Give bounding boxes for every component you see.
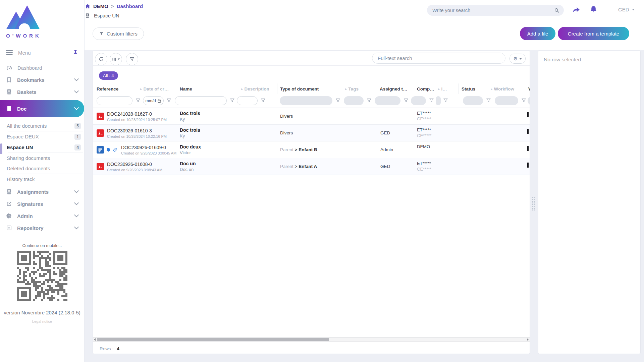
filter-description-input[interactable] (237, 97, 257, 105)
legal-notice-link[interactable]: Legal notice (0, 319, 84, 323)
funnel-icon[interactable] (429, 98, 434, 103)
scroll-left-arrow[interactable] (94, 338, 96, 341)
type-cell: Parent > Enfant A (280, 158, 317, 175)
table-row[interactable]: DOC241028-01627-0 Created on 10/28/2024 … (93, 108, 530, 125)
sidebar-item-repository[interactable]: Repository (0, 222, 84, 234)
horizontal-scrollbar[interactable] (93, 337, 530, 342)
chevron-down-icon (74, 76, 79, 81)
column-header-description[interactable]: Description (241, 83, 276, 94)
table-row[interactable]: DOC230926-01608-0 Created on 9/26/2023 3… (93, 158, 530, 175)
chevron-down-icon (74, 213, 79, 217)
name-cell: Doc un Doc un (180, 161, 196, 172)
table-row[interactable]: DOC230926-01610-3 Created on 10/28/2024 … (93, 125, 530, 141)
column-header-assigned[interactable]: Assigned t… (377, 83, 416, 94)
refresh-button[interactable] (95, 53, 107, 65)
filter-status[interactable] (463, 96, 483, 105)
add-file-button[interactable]: Add a file (520, 27, 555, 40)
grid-footer: Rows : 4 (93, 344, 530, 354)
column-header-type[interactable]: Type of document (277, 83, 347, 94)
sidebar-item-admin[interactable]: Admin (0, 210, 84, 222)
column-header-status[interactable]: Status (459, 83, 493, 94)
hamburger-icon (6, 50, 13, 55)
filter-workflow[interactable] (495, 96, 518, 105)
sidebar-item-sharing-documents[interactable]: Sharing documents (0, 153, 84, 163)
sub-item-label: Deleted documents (7, 166, 81, 171)
user-menu-label: GED (618, 7, 629, 12)
sidebar-item-history-track[interactable]: History track (0, 174, 84, 184)
filter-y[interactable] (528, 96, 530, 105)
search-icon[interactable] (554, 7, 560, 13)
funnel-icon[interactable] (135, 98, 141, 103)
book-icon (85, 13, 90, 18)
app-logo[interactable]: O'WORK (0, 0, 84, 39)
funnel-icon[interactable] (443, 98, 448, 103)
funnel-icon[interactable] (229, 98, 235, 103)
document-subname: Ky (180, 133, 200, 138)
global-search-input[interactable] (428, 8, 554, 13)
column-header-y[interactable]: Y… (525, 83, 530, 94)
custom-filters-label: Custom filters (107, 31, 138, 37)
user-menu[interactable]: GED (618, 7, 635, 12)
column-header-name[interactable]: Name (177, 83, 244, 94)
column-header-reference[interactable]: Reference (97, 83, 140, 94)
sidebar-item-espace-deux[interactable]: Espace DEUX 1 (0, 131, 84, 142)
scrollbar-thumb[interactable] (97, 338, 329, 341)
funnel-icon[interactable] (166, 98, 172, 103)
sidebar-item-dashboard[interactable]: Dashboard (0, 62, 84, 74)
filter-name-input[interactable] (175, 97, 226, 105)
column-header-date[interactable]: Date of cr… (140, 83, 175, 94)
scroll-right-arrow[interactable] (527, 338, 529, 341)
filter-i[interactable] (436, 96, 441, 105)
company-cell: ET***** CE***** (417, 111, 431, 121)
sidebar-item-all-documents[interactable]: All the documents 5 (0, 121, 84, 131)
sidebar-item-espace-un[interactable]: Espace UN 4 (0, 142, 84, 153)
create-from-template-button[interactable]: Create from a template (558, 27, 629, 40)
home-icon[interactable] (85, 3, 91, 9)
funnel-icon[interactable] (366, 98, 372, 103)
filter-tags[interactable] (344, 96, 364, 105)
filters-button[interactable] (126, 53, 138, 65)
sidebar-scrollbar-thumb[interactable] (0, 143, 2, 154)
reference-cell: DOC230926-01608-0 Created on 9/26/2023 3… (97, 158, 162, 175)
sidebar-item-signatures[interactable]: Signatures (0, 198, 84, 210)
funnel-icon[interactable] (335, 98, 341, 103)
funnel-icon[interactable] (403, 98, 409, 103)
menu-toggle[interactable]: Menu (0, 47, 84, 59)
share-button[interactable] (572, 6, 581, 16)
funnel-icon[interactable] (521, 98, 527, 103)
pin-icon[interactable] (73, 50, 78, 56)
filter-type[interactable] (280, 96, 332, 105)
filter-company[interactable] (411, 96, 426, 105)
funnel-icon[interactable] (486, 98, 491, 103)
sidebar-item-deleted-documents[interactable]: Deleted documents (0, 163, 84, 174)
filter-date-input[interactable]: mm/d (143, 96, 164, 105)
sidebar-item-doc[interactable]: Doc (0, 100, 84, 117)
filter-assigned[interactable] (375, 96, 400, 105)
fulltext-search-input[interactable] (372, 53, 505, 64)
company-cell: ET***** CE***** (417, 127, 431, 138)
result-count-badge[interactable]: All : 4 (99, 71, 118, 80)
panel-resize-handle[interactable] (532, 197, 535, 210)
sidebar-item-assignments[interactable]: Assignments (0, 186, 84, 198)
table-row[interactable]: DOC230926-01609-0 Created on 9/26/2023 3… (93, 141, 530, 158)
column-header-tags[interactable]: Tags (345, 83, 376, 94)
company-value: ET***** (417, 111, 431, 116)
document-name: Doc deux (180, 144, 201, 149)
filter-reference-input[interactable] (97, 97, 132, 105)
gear-icon (6, 213, 12, 219)
notifications-button[interactable] (589, 5, 598, 15)
sidebar-item-baskets[interactable]: Baskets (0, 86, 84, 98)
column-header-company[interactable]: Comp… (414, 83, 440, 94)
pdf-icon (97, 129, 104, 137)
column-header-workflow[interactable]: Workflow (491, 83, 524, 94)
breadcrumb-current[interactable]: Dashboard (117, 3, 143, 9)
columns-button[interactable] (110, 53, 122, 65)
breadcrumb-root[interactable]: DEMO (93, 3, 108, 9)
custom-filters-button[interactable]: Custom filters (93, 27, 144, 40)
funnel-icon[interactable] (260, 98, 266, 103)
column-header-i[interactable]: I… (438, 83, 458, 94)
company-cell: DEMO (417, 144, 430, 150)
company-value: DEMO (417, 144, 430, 149)
sidebar-item-bookmarks[interactable]: Bookmarks (0, 74, 84, 86)
grid-settings-button[interactable]: ⚙ (509, 54, 526, 64)
